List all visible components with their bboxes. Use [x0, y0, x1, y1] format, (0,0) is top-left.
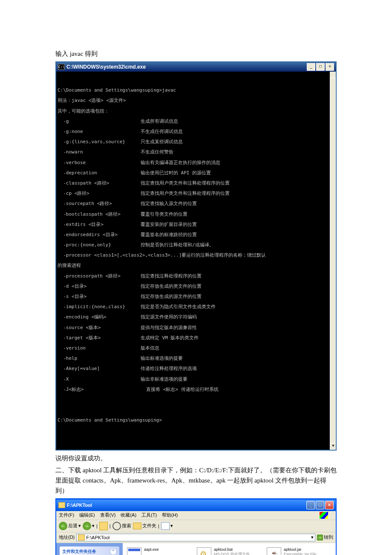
cmd-title: C:\WINDOWS\system32\cmd.exe — [66, 64, 307, 70]
chevron-up-icon: ⌃ — [110, 548, 117, 555]
cmd-option: -J<标志> 直接将 <标志> 传递给运行时系统 — [58, 387, 328, 392]
cmd-option: -X输出非标准选项的提要 — [58, 377, 328, 382]
explorer-file-pane[interactable]: aapt.exeapktool.batMS-DOS 批处理文件1 KBapkto… — [123, 543, 336, 555]
forward-icon: → — [83, 522, 91, 530]
cmd-option: -nowarn不生成任何警告 — [58, 150, 328, 155]
explorer-window: F:\APKTool _ □ × 文件(F) 编辑(E) 查看(V) 收藏(A)… — [55, 498, 337, 555]
cmd-option: -proc:{none,only}控制是否执行注释处理和/或编译。 — [58, 243, 328, 248]
cmd-option: -endorseddirs <目录>覆盖签名的标准路径的位置 — [58, 232, 328, 237]
cmd-option: -encoding <编码>指定源文件使用的字符编码 — [58, 315, 328, 320]
menu-help[interactable]: 帮助(H) — [162, 512, 178, 518]
cmd-search-proc: 的搜索进程 — [58, 263, 328, 268]
scroll-down-icon[interactable]: ▼ — [330, 443, 336, 450]
cmd-option: -verbose输出有关编译器正在执行的操作的消息 — [58, 160, 328, 165]
views-icon — [161, 522, 170, 530]
cmd-option: -Akey[=value]传递给注释处理程序的选项 — [58, 366, 328, 371]
file-name: apktool.jar — [284, 547, 317, 552]
address-value: F:\APKTool — [86, 535, 110, 540]
cmd-option: -help输出标准选项的提要 — [58, 356, 328, 361]
explorer-toolbar: ←后退 ▾ → ▾ | | 搜索 文件夹 | ▾ — [56, 520, 336, 532]
cmd-option: -deprecation输出使用已过时的 API 的源位置 — [58, 171, 328, 176]
jar-file-icon — [267, 547, 281, 555]
cmd-possible: 其中，可能的选项包括： — [58, 109, 328, 114]
explorer-addressbar: 地址(D) F:\APKTool ▾ →转到 — [56, 532, 336, 543]
cmd-option: -g:{lines,vars,source}只生成某些调试信息 — [58, 139, 328, 145]
go-icon: → — [317, 535, 323, 541]
menu-file[interactable]: 文件(F) — [59, 512, 74, 518]
cmd-option: -processor <class1>[,<class2>,<class3>..… — [58, 253, 328, 258]
views-button[interactable]: ▾ — [161, 522, 173, 530]
windows-logo-icon — [320, 512, 328, 519]
folder-icon — [78, 535, 85, 541]
explorer-close-button[interactable]: × — [325, 501, 334, 509]
explorer-menubar: 文件(F) 编辑(E) 查看(V) 收藏(A) 工具(T) 帮助(H) — [56, 511, 336, 520]
cmd-minimize-button[interactable]: _ — [307, 63, 315, 71]
address-label: 地址(D) — [59, 534, 75, 541]
cmd-option: -extdirs <目录>覆盖安装的扩展目录的位置 — [58, 222, 328, 227]
explorer-title: F:\APKTool — [67, 503, 306, 508]
doc-line-2: 说明你设置成功。 — [55, 453, 337, 463]
cmd-terminal[interactable]: C:\Documents and Settings\wangsuping>jav… — [56, 72, 336, 450]
cmd-option: -target <版本>生成特定 VM 版本的类文件 — [58, 335, 328, 341]
search-icon — [112, 522, 121, 530]
cmd-window: C:\ C:\WINDOWS\system32\cmd.exe _ □ × C:… — [55, 61, 337, 451]
cmd-option: -cp <路径>指定查找用户类文件和注释处理程序的位置 — [58, 191, 328, 196]
scroll-thumb[interactable] — [330, 78, 336, 445]
file-item[interactable]: apktool.batMS-DOS 批处理文件1 KB — [197, 547, 262, 555]
cmd-option: -d <目录>指定存放生成的类文件的位置 — [58, 284, 328, 289]
file-name: aapt.exe — [144, 547, 159, 552]
cmd-close-button[interactable]: × — [326, 63, 334, 71]
menu-edit[interactable]: 编辑(E) — [79, 512, 95, 518]
cmd-option: -classpath <路径>指定查找用户类文件和注释处理程序的位置 — [58, 181, 328, 186]
explorer-minimize-button[interactable]: _ — [306, 501, 315, 509]
folder-icon — [58, 502, 65, 508]
back-button[interactable]: ←后退 ▾ — [59, 522, 81, 530]
cmd-option: -g:none不生成任何调试信息 — [58, 129, 328, 134]
menu-view[interactable]: 查看(V) — [100, 512, 116, 518]
folders-button[interactable]: 文件夹 — [133, 523, 156, 529]
cmd-option: -processorpath <路径>指定查找注释处理程序的位置 — [58, 274, 328, 279]
cmd-option: -bootclasspath <路径>覆盖引导类文件的位置 — [58, 212, 328, 217]
cmd-titlebar[interactable]: C:\ C:\WINDOWS\system32\cmd.exe _ □ × — [56, 62, 336, 72]
cmd-prompt-1: C:\Documents and Settings\wangsuping>jav… — [58, 88, 328, 93]
menu-favorites[interactable]: 收藏(A) — [121, 512, 136, 518]
search-button[interactable]: 搜索 — [112, 522, 131, 530]
file-item[interactable]: apktool.jarExecutable Jar File1,312 KB — [267, 547, 331, 555]
doc-line-3: 二、下载 apktool 工具解压到任意根目录下，例如：C:/D:/E:/F:下… — [55, 465, 337, 496]
tasks-panel-header[interactable]: 文件和文件夹任务⌃ — [60, 546, 119, 555]
file-item[interactable]: aapt.exe — [127, 547, 192, 555]
cmd-maximize-button[interactable]: □ — [316, 63, 325, 71]
dropdown-icon[interactable]: ▾ — [311, 535, 314, 540]
cmd-option: -version版本信息 — [58, 346, 328, 351]
cmd-icon: C:\ — [58, 64, 65, 70]
file-name: apktool.bat — [214, 547, 250, 552]
cmd-scrollbar[interactable]: ▲ ▼ — [330, 72, 336, 450]
up-button[interactable] — [99, 522, 108, 530]
back-icon: ← — [59, 522, 67, 530]
up-folder-icon — [99, 522, 108, 530]
bat-file-icon — [197, 547, 211, 555]
cmd-option: -sourcepath <路径>指定查找输入源文件的位置 — [58, 201, 328, 206]
menu-tools[interactable]: 工具(T) — [141, 512, 157, 518]
file-meta: Executable Jar File — [284, 552, 317, 555]
go-button[interactable]: →转到 — [317, 534, 333, 541]
explorer-titlebar[interactable]: F:\APKTool _ □ × — [56, 499, 336, 511]
cmd-option: -s <目录>指定存放生成的源文件的位置 — [58, 294, 328, 299]
explorer-maximize-button[interactable]: □ — [316, 501, 324, 509]
cmd-option: -g生成所有调试信息 — [58, 119, 328, 124]
cmd-prompt-2: C:\Documents and Settings\wangsuping> — [58, 418, 328, 423]
forward-button[interactable]: → ▾ — [83, 522, 95, 530]
cmd-usage: 用法：javac <选项> <源文件> — [58, 98, 328, 103]
cmd-option: -source <版本>提供与指定版本的源兼容性 — [58, 325, 328, 330]
explorer-sidebar: 文件和文件夹任务⌃ 创建一个新文件夹 将这个文件夹发布到 Web 共享此文件夹 … — [56, 543, 123, 555]
cmd-option: -implicit:{none,class}指定是否为隐式引用文件生成类文件 — [58, 304, 328, 309]
doc-line-1: 输入 javac 得到 — [55, 49, 337, 59]
tasks-panel: 文件和文件夹任务⌃ 创建一个新文件夹 将这个文件夹发布到 Web 共享此文件夹 — [60, 546, 119, 555]
folders-icon — [133, 523, 141, 529]
address-input[interactable]: F:\APKTool ▾ — [76, 534, 315, 541]
file-meta: MS-DOS 批处理文件 — [214, 552, 250, 555]
exe-file-icon — [127, 547, 141, 555]
